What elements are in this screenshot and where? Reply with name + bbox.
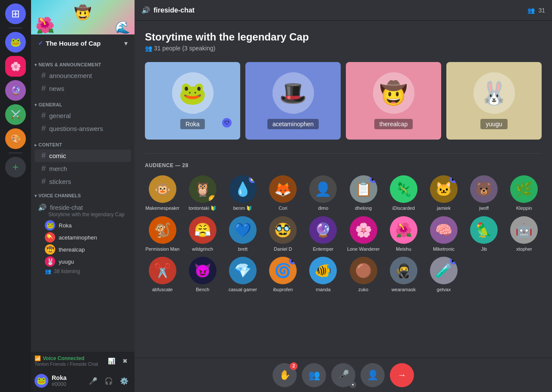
audience-header: AUDIENCE — 28 [145,162,542,168]
server-icon-2[interactable]: 🌸 [5,56,26,77]
stage-content: Storytime with the legendary Cap 👥 31 pe… [135,21,552,358]
listening-count: 👥 38 listening [31,268,135,275]
voice-user-yuugu[interactable]: 🐰 yuugu [31,255,135,268]
user-tag: #0000 [52,381,83,387]
server-icon-1[interactable]: 🐸 [5,32,26,53]
audience-name: Bench [196,287,209,292]
speaker-card-yuugu: 🐰 yuugu [446,62,542,140]
audience-icon: 👥 [308,370,320,381]
leave-stage-button[interactable]: → [390,363,414,387]
channel-stickers[interactable]: # stickers [34,175,131,188]
category-news-announcement[interactable]: ▾ NEWS & ANNOUNCEMENT [31,55,135,69]
server-name: ✓ The House of Cap [38,40,101,47]
channel-news[interactable]: # news [34,82,131,95]
audience-member-getvax: 🧪 ▶ getvax [426,257,461,292]
category-content[interactable]: ▸ CONTENT [31,135,135,149]
collapse-icon: ▸ [34,143,37,147]
main-content: 🔊 fireside-chat 👥 31 Storytime with the … [135,0,552,392]
section-divider [145,153,542,154]
audience-name: jwoff [479,205,489,211]
audience-member-daniel-d: 🥸 Daniel D [266,216,301,252]
speakers-grid: 🐸 Roka 🛡 🎩 acetaminophen 🤠 therealcap [145,62,542,140]
audience-member-abfuscate: ✂️ abfuscate [145,257,180,292]
voice-settings-button[interactable]: 📊 [105,355,117,367]
audience-name: tontontaki 🔰 [188,205,216,211]
voice-connected-label: 📶 Voice Connected [34,355,98,361]
audience-name: brett [238,246,248,252]
audience-name: casual gamer [229,287,257,292]
audience-member-entemper: 🔮 Entemper [306,216,341,252]
audience-avatar: 🦉 🔰 [189,175,216,203]
audience-name: zuko [358,287,368,292]
user-avatar: 🐸 [34,374,48,388]
hash-icon: # [41,177,46,186]
mic-chevron-icon[interactable]: ▾ [349,381,356,388]
audience-member-jib: 🦜 Jib [467,216,502,252]
audience-avatar: 🐒 [149,216,176,244]
audience-avatar: 🦎 [390,175,417,203]
audience-member-bench: 😈 Bench [185,257,220,292]
channel-list: ▾ NEWS & ANNOUNCEMENT # announcement # n… [31,52,135,352]
raise-hand-button[interactable]: ✋ 2 [273,363,297,387]
audience-member-meishu: 🌺 Meishu [386,216,421,252]
channel-merch[interactable]: # merch [34,162,131,175]
audience-avatar: ✂️ [149,257,176,284]
audience-avatar: 💎 [229,257,257,284]
collapse-icon: ▾ [34,62,37,67]
speaker-name-yuugu: yuugu [480,119,507,129]
audience-member-kleppin: 🌿 Kleppin [507,175,542,211]
voice-user-acetaminophen[interactable]: 💊 acetaminophen [31,231,135,243]
voice-channel-fireside[interactable]: 🔊 fireside-chat Storytime with the legen… [31,202,135,219]
mic-icon: 🎤 [338,370,349,381]
server-icon-5[interactable]: 🎨 [5,128,26,149]
audience-avatar: 🐵 [149,175,176,203]
audience-name: Makemespeakrr [145,205,179,211]
mute-button[interactable]: 🎤 [86,374,100,388]
channel-comic[interactable]: # comic [34,149,131,162]
mod-badge: 🔰 [209,195,216,203]
audience-avatar: 😤 [189,216,216,244]
category-general[interactable]: ▾ GENERAL [31,95,135,109]
people-icon: 👥 [145,45,152,52]
audience-name: Meishu [396,246,411,252]
hash-icon: # [41,151,46,160]
channel-general[interactable]: # general [34,109,131,122]
audience-avatar: 😈 [189,257,216,284]
channel-questions-answers[interactable]: # questions-answers [34,122,131,135]
audience-member-wildgrinch: 😤 wildgrinch [185,216,220,252]
audience-avatar: 🔮 [309,216,337,244]
audience-avatar: 💧 🔰 [229,175,257,203]
audience-name: jamiek [437,205,451,211]
server-icon-3[interactable]: 🔮 [5,80,26,101]
audience-avatar: 🌀 ▶ [269,257,297,284]
category-voice-channels[interactable]: ▾ VOICE CHANNELS [31,191,135,200]
add-person-icon: 👤 [367,370,379,381]
audience-button[interactable]: 👥 [302,363,326,387]
audience-avatar: 📋 ▶ [350,175,377,203]
chevron-down-icon: ▾ [124,39,128,47]
deafen-button[interactable]: 🎧 [102,374,116,388]
disconnect-button[interactable]: ✖ [119,355,131,367]
speaker-name-therealcap: therealcap [374,119,413,129]
server-header-info[interactable]: ✓ The House of Cap ▾ [31,34,135,52]
voice-server-name: Tonton Friends / Fireside Chat [34,361,98,367]
audience-avatar: 🐻 [470,175,498,203]
speaker-avatar-roka: 🐸 [172,72,213,114]
audience-member-zuko: 🟤 zuko [346,257,381,292]
sidebar: 🌺 🌊 🤠 ✓ The House of Cap ▾ ▾ NEWS & ANNO… [31,0,135,392]
voice-user-therealcap[interactable]: 🤠 therealcap [31,243,135,255]
user-controls: 🎤 🎧 ⚙️ [86,374,131,388]
audience-name: ibuprofen [273,287,293,292]
audience-name: Lone Wanderer [347,246,380,252]
invite-speaker-button[interactable]: 👤 [361,363,385,387]
audience-member-jamiek: 🐱 ▶ jamiek [426,175,461,211]
user-settings-button[interactable]: ⚙️ [117,374,131,388]
server-icon-4[interactable]: ⚔️ [5,104,26,125]
add-server-button[interactable]: + [5,157,26,177]
voice-user-roka[interactable]: 🐸 Roka [31,219,135,231]
audience-grid: 🐵 Makemespeakrr 🦉 🔰 tontontaki 🔰 💧 🔰 ben… [145,175,542,292]
audience-name: wildgrinch [192,246,213,252]
stage-meta: 👥 31 people (3 speaking) [145,45,542,52]
channel-announcement[interactable]: # announcement [34,69,131,82]
discord-home-icon[interactable]: ⊞ [5,3,26,24]
